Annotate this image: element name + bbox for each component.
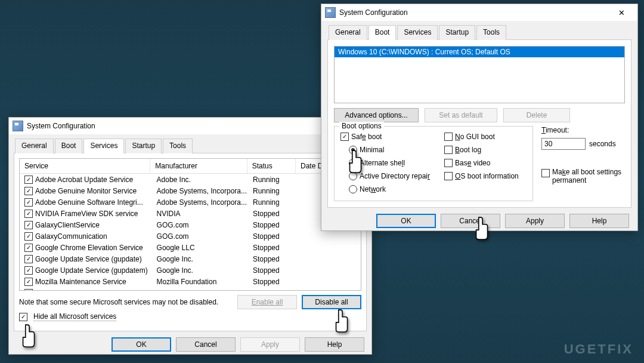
service-name: GalaxyCommunication: [35, 232, 107, 241]
manufacturer: Google Inc.: [154, 255, 250, 263]
table-row[interactable]: Adobe Acrobat Update ServiceAdobe Inc.Ru…: [20, 174, 361, 185]
row-checkbox[interactable]: [24, 255, 33, 263]
dialog-buttons-boot: OK Cancel Apply Help: [327, 208, 631, 230]
boot-entry[interactable]: Windows 10 (C:\WINDOWS) : Current OS; De…: [335, 47, 624, 57]
help-button[interactable]: Help: [305, 337, 364, 352]
window-services-config: System Configuration General Boot Servic…: [8, 117, 372, 355]
base-video-label: Base video: [455, 159, 490, 167]
manufacturer: Google LLC: [154, 244, 250, 252]
row-checkbox[interactable]: [24, 289, 33, 291]
tab-services[interactable]: Services: [397, 25, 438, 40]
radio-alt-shell[interactable]: [349, 159, 357, 167]
boot-log-label: Boot log: [455, 146, 481, 154]
col-manufacturer[interactable]: Manufacturer: [150, 159, 247, 173]
col-status[interactable]: Status: [247, 159, 296, 173]
service-name: Adobe Acrobat Update Service: [35, 176, 133, 184]
manufacturer: Adobe Inc.: [154, 176, 250, 184]
note-text: Note that some secure Microsoft services…: [19, 294, 218, 310]
tab-tools[interactable]: Tools: [163, 139, 193, 153]
table-row[interactable]: GalaxyClientServiceGOG.comStopped: [20, 219, 361, 230]
radio-ad-repair[interactable]: [349, 172, 357, 180]
service-name: Adobe Genuine Monitor Service: [35, 187, 137, 195]
radio-network[interactable]: [349, 185, 357, 193]
tab-startup[interactable]: Startup: [439, 25, 475, 40]
status: Stopped: [250, 266, 296, 275]
row-checkbox[interactable]: [24, 244, 33, 252]
row-checkbox[interactable]: [24, 232, 33, 241]
tab-boot[interactable]: Boot: [55, 139, 83, 153]
titlebar-boot[interactable]: System Configuration ✕: [321, 4, 637, 21]
apply-button: Apply: [240, 337, 300, 352]
status: Running: [250, 289, 296, 291]
close-button[interactable]: ✕: [609, 6, 634, 19]
service-name: Mozilla Maintenance Service: [35, 278, 126, 286]
table-row[interactable]: Adobe Genuine Monitor ServiceAdobe Syste…: [20, 185, 361, 196]
status: Stopped: [250, 278, 296, 286]
permanent-label: Make all boot settings permanent: [552, 168, 625, 184]
tab-general[interactable]: General: [329, 25, 367, 40]
col-service[interactable]: Service: [20, 159, 150, 173]
hide-ms-label: Hide all Microsoft services: [33, 312, 116, 321]
no-gui-label: No GUI boot: [455, 133, 495, 141]
dialog-buttons: OK Cancel Apply Help: [14, 331, 367, 354]
row-checkbox[interactable]: [24, 176, 33, 184]
boot-list[interactable]: Windows 10 (C:\WINDOWS) : Current OS; De…: [334, 46, 625, 103]
manufacturer: Adobe Systems, Incorpora...: [154, 187, 250, 195]
window-title: System Configuration: [27, 122, 368, 130]
enable-all-button: Enable all: [237, 295, 297, 309]
manufacturer: Mozilla Foundation: [154, 278, 250, 286]
table-row[interactable]: Google Update Service (gupdate)Google In…: [20, 253, 361, 264]
watermark: UGETFIX: [564, 342, 633, 357]
manufacturer: Adobe Systems, Incorpora...: [154, 198, 250, 207]
apply-button[interactable]: Apply: [505, 214, 565, 228]
tab-general[interactable]: General: [15, 139, 54, 153]
row-checkbox[interactable]: [24, 198, 33, 207]
tabs-services: General Boot Services Startup Tools: [14, 138, 367, 153]
table-row[interactable]: GalaxyCommunicationGOG.comStopped: [20, 230, 361, 242]
table-row[interactable]: NVIDIA FrameView SDK serviceNVIDIAStoppe…: [20, 208, 361, 219]
safe-boot-checkbox[interactable]: [340, 133, 349, 141]
row-checkbox[interactable]: [24, 266, 33, 275]
manufacturer: GOG.com: [154, 221, 250, 229]
base-video-checkbox[interactable]: [444, 159, 453, 167]
advanced-options-button[interactable]: Advanced options...: [334, 108, 419, 122]
tab-services[interactable]: Services: [83, 139, 124, 153]
os-info-checkbox[interactable]: [444, 172, 453, 180]
cancel-button[interactable]: Cancel: [441, 214, 500, 228]
tab-startup[interactable]: Startup: [125, 139, 162, 153]
disable-all-button[interactable]: Disable all: [302, 295, 361, 309]
ok-button[interactable]: OK: [112, 337, 171, 352]
status: Stopped: [250, 221, 296, 229]
row-checkbox[interactable]: [24, 210, 33, 218]
msconfig-icon: [13, 121, 23, 131]
timeout-input[interactable]: [541, 138, 586, 150]
boot-log-checkbox[interactable]: [444, 146, 453, 154]
titlebar-services[interactable]: System Configuration: [9, 118, 371, 134]
cancel-button[interactable]: Cancel: [176, 337, 236, 352]
no-gui-checkbox[interactable]: [444, 133, 453, 141]
radio-minimal[interactable]: [349, 146, 357, 154]
help-button[interactable]: Help: [569, 214, 629, 228]
tab-tools[interactable]: Tools: [476, 25, 506, 40]
row-checkbox[interactable]: [24, 221, 33, 229]
row-checkbox[interactable]: [24, 278, 33, 286]
table-row[interactable]: Google Chrome Elevation ServiceGoogle LL…: [20, 242, 361, 253]
boot-options-title: Boot options: [339, 122, 384, 130]
manufacturer: GOG.com: [154, 232, 250, 241]
status: Stopped: [250, 210, 296, 218]
radio-network-label: Network: [360, 185, 386, 193]
window-title: System Configuration: [339, 8, 609, 17]
ok-button[interactable]: OK: [376, 214, 436, 228]
table-row[interactable]: Google Update Service (gupdatem)Google I…: [20, 264, 361, 276]
table-row[interactable]: NVIDIA LocalSystem ContainerNVIDIA Corpo…: [20, 287, 361, 291]
row-checkbox[interactable]: [24, 187, 33, 195]
hide-ms-checkbox[interactable]: [19, 313, 27, 321]
permanent-checkbox[interactable]: [541, 169, 550, 177]
tabs-boot: General Boot Services Startup Tools: [327, 24, 631, 40]
table-row[interactable]: Adobe Genuine Software Integri...Adobe S…: [20, 196, 361, 208]
table-row[interactable]: Mozilla Maintenance ServiceMozilla Found…: [20, 276, 361, 287]
tab-boot[interactable]: Boot: [369, 25, 397, 40]
status: Running: [250, 198, 296, 207]
msconfig-icon: [325, 7, 336, 18]
services-list[interactable]: Service Manufacturer Status Date Disable…: [19, 158, 361, 291]
